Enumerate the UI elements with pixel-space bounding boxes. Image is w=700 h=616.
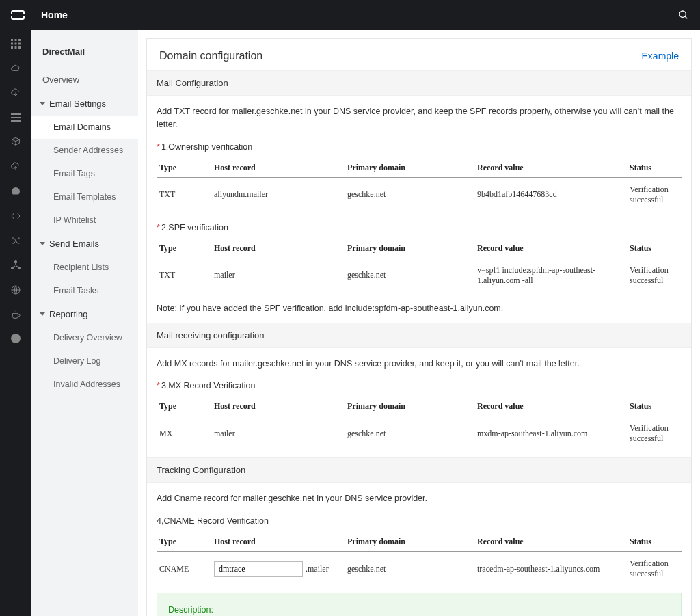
cloud-download-icon[interactable] [10, 88, 21, 98]
nav-group-label: Send Emails [49, 239, 99, 249]
spf-table: TypeHost recordPrimary domainRecord valu… [157, 239, 682, 293]
status-badge: Verification successful [627, 552, 682, 587]
apps-icon[interactable] [10, 38, 21, 49]
svg-rect-10 [18, 46, 21, 49]
nav-group-email-settings[interactable]: Email Settings [31, 92, 138, 116]
dashboard-icon[interactable] [10, 186, 21, 197]
nav-delivery-log[interactable]: Delivery Log [31, 349, 138, 373]
list-icon[interactable] [10, 112, 21, 123]
svg-rect-11 [11, 113, 21, 115]
nav-group-reporting[interactable]: Reporting [31, 302, 138, 326]
svg-rect-2 [11, 39, 13, 41]
shuffle-icon[interactable] [10, 235, 21, 246]
status-dot-icon[interactable] [11, 334, 21, 343]
nav-group-label: Reporting [49, 309, 88, 319]
cname-table: TypeHost recordPrimary domainRecord valu… [157, 533, 682, 586]
svg-rect-6 [15, 43, 17, 45]
nav-delivery-overview[interactable]: Delivery Overview [31, 326, 138, 349]
svg-point-14 [14, 260, 17, 263]
tracking-desc: Add Cname record for mailer.geschke.net … [147, 483, 691, 512]
nav-sender-addresses[interactable]: Sender Addresses [31, 139, 138, 162]
status-badge: Verification successful [627, 177, 682, 212]
topbar-title: Home [41, 10, 68, 21]
table-row: TXTmailergeschke.netv=spf1 include:spfdm… [157, 258, 682, 293]
ownership-table: TypeHost recordPrimary domainRecord valu… [157, 159, 682, 212]
svg-rect-3 [15, 39, 17, 41]
search-icon[interactable] [678, 10, 689, 21]
nav-overview[interactable]: Overview [31, 68, 138, 92]
svg-rect-4 [18, 39, 21, 41]
sidebar-header: DirectMail [31, 36, 138, 68]
cname-host-input[interactable] [214, 561, 303, 577]
status-badge: Verification successful [627, 416, 682, 451]
nav-email-templates[interactable]: Email Templates [31, 185, 138, 209]
svg-rect-9 [15, 46, 17, 49]
description-title: Description: [168, 603, 670, 616]
nav-group-send-emails[interactable]: Send Emails [31, 232, 138, 256]
main-content: Domain configuration Example Mail Config… [146, 38, 692, 616]
mx-table: TypeHost recordPrimary domainRecord valu… [157, 397, 682, 451]
nav-email-tasks[interactable]: Email Tasks [31, 279, 138, 302]
section-tracking: Tracking Configuration [147, 457, 691, 483]
globe-icon[interactable] [10, 284, 21, 295]
svg-rect-7 [18, 43, 21, 45]
cube-icon[interactable] [10, 137, 21, 148]
spf-note: Note: If you have added the SPF verifica… [147, 299, 691, 323]
step-mx: *3,MX Record Verification [147, 377, 691, 394]
network-icon[interactable] [10, 260, 21, 271]
svg-rect-12 [11, 117, 21, 118]
description-box: Description: 1. You must have your domai… [157, 593, 682, 616]
table-row: TXTaliyundm.mailergeschke.net9b4bd1afb14… [157, 177, 682, 212]
caret-down-icon [40, 242, 45, 245]
nav-group-label: Email Settings [49, 98, 106, 109]
mail-config-desc: Add TXT record for mailer.geschke.net in… [147, 96, 691, 138]
step-cname: 4,CNAME Record Verification [147, 512, 691, 530]
topbar: Home [0, 0, 700, 30]
page-title: Domain configuration [159, 50, 262, 62]
svg-point-0 [679, 11, 686, 17]
icon-rail [0, 30, 31, 616]
nav-email-domains[interactable]: Email Domains [31, 116, 138, 139]
nav-email-tags[interactable]: Email Tags [31, 162, 138, 185]
example-link[interactable]: Example [642, 51, 679, 62]
status-badge: Verification successful [627, 258, 682, 293]
nav-ip-whitelist[interactable]: IP Whitelist [31, 209, 138, 232]
caret-down-icon [40, 312, 45, 316]
mail-recv-desc: Add MX records for mailer.geschke.net in… [147, 348, 691, 377]
sidebar: DirectMail Overview Email Settings Email… [31, 30, 138, 616]
section-mail-config: Mail Configuration [147, 70, 691, 96]
table-row: MXmailergeschke.netmxdm-ap-southeast-1.a… [157, 416, 682, 451]
nav-invalid-addresses[interactable]: Invalid Addresses [31, 373, 138, 396]
svg-line-1 [685, 16, 687, 18]
step-ownership: *1,Ownership verification [147, 138, 691, 156]
brand-logo [11, 10, 25, 20]
coffee-icon[interactable] [10, 309, 21, 320]
svg-rect-13 [11, 120, 21, 122]
step-spf: *2,SPF verification [147, 219, 691, 237]
svg-rect-5 [11, 43, 13, 45]
cloud-icon[interactable] [10, 63, 21, 74]
table-row: CNAME .mailer geschke.net tracedm-ap-sou… [157, 552, 682, 587]
nav-recipient-lists[interactable]: Recipient Lists [31, 256, 138, 279]
code-icon[interactable] [10, 211, 21, 222]
section-mail-recv: Mail receiving configuration [147, 323, 691, 348]
svg-rect-8 [11, 46, 13, 49]
cloud-upload-icon[interactable] [10, 161, 21, 172]
cname-host-suffix: .mailer [306, 564, 329, 574]
caret-down-icon [40, 102, 45, 105]
